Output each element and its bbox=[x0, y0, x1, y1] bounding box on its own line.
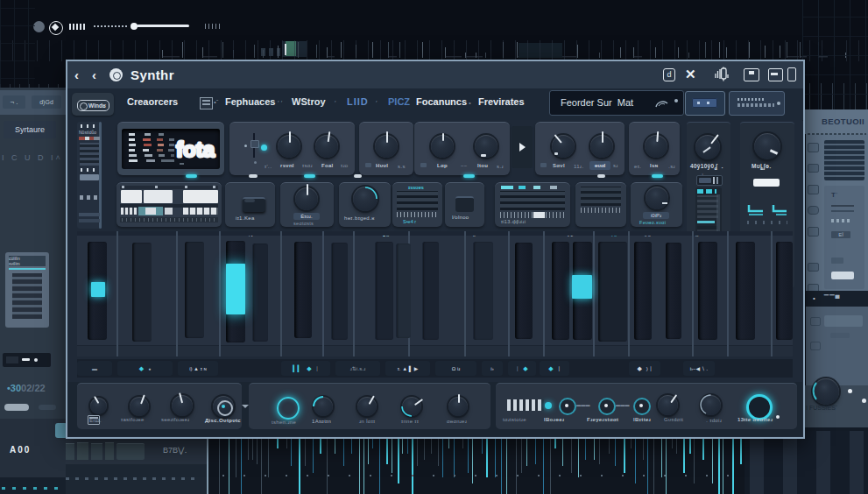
svg-text:fota: fota bbox=[176, 138, 215, 161]
